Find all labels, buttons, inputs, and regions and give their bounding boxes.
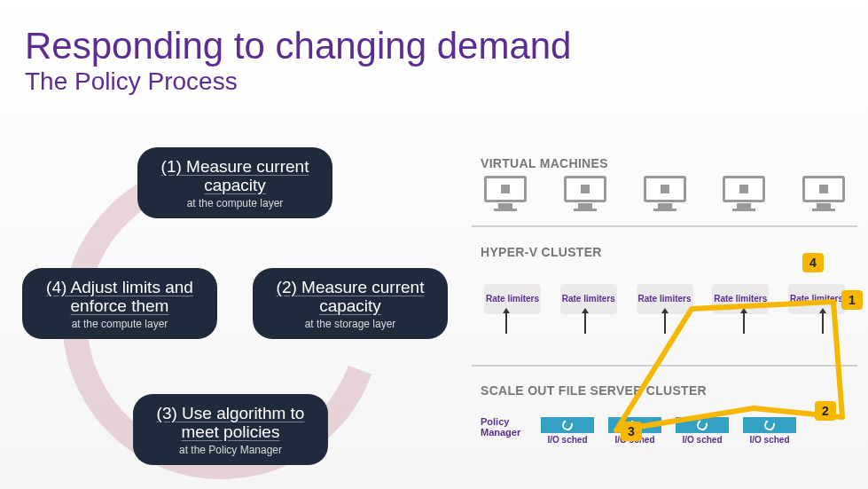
rate-limiter-label: Rate limiters	[562, 295, 615, 304]
fs-service-icon	[676, 417, 729, 433]
io-sched-label: I/O sched	[547, 436, 587, 446]
step-sub: at the Policy Manager	[145, 444, 316, 456]
step-sub: at the storage layer	[265, 318, 435, 330]
sync-icon	[560, 418, 574, 431]
arrow-up-icon	[822, 312, 824, 334]
panel-title: VIRTUAL MACHINES	[481, 156, 848, 170]
io-sched-label: I/O sched	[749, 436, 789, 446]
rate-limiter-label: Rate limiters	[790, 295, 843, 304]
sync-icon	[695, 418, 708, 431]
step-3-algorithm: (3) Use algorithm to meet policies at th…	[133, 394, 328, 465]
step-sub: at the compute layer	[35, 318, 205, 330]
step-sub: at the compute layer	[150, 197, 320, 209]
monitor-icon	[564, 176, 606, 213]
monitor-icon	[644, 176, 686, 213]
step-4-adjust-limits: (4) Adjust limits and enforce them at th…	[22, 268, 217, 339]
slide-subtitle: The Policy Process	[0, 67, 868, 96]
arrow-up-icon	[664, 312, 666, 334]
panel-title: HYPER-V CLUSTER	[481, 245, 848, 259]
panel-hyperv-cluster: HYPER-V CLUSTER Rate limiters Rate limit…	[472, 238, 857, 367]
badge-3: 3	[621, 422, 642, 441]
monitor-icon	[802, 176, 845, 213]
step-1-measure-compute: (1) Measure current capacity at the comp…	[137, 147, 332, 218]
arrow-up-icon	[584, 312, 586, 334]
badge-2: 2	[815, 401, 836, 421]
panel-virtual-machines: VIRTUAL MACHINES	[472, 149, 857, 227]
sync-icon	[762, 418, 776, 431]
arrow-up-icon	[743, 312, 745, 334]
rate-limiter-label: Rate limiters	[714, 295, 767, 304]
step-2-measure-storage: (2) Measure current capacity at the stor…	[253, 268, 448, 339]
hv-arrows	[481, 312, 848, 337]
monitor-icon	[484, 176, 527, 213]
hv-row: Rate limiters Rate limiters Rate limiter…	[481, 284, 848, 314]
fs-service-icon	[541, 417, 594, 433]
hv-node: Rate limiters	[484, 284, 541, 314]
rate-limiter-label: Rate limiters	[637, 295, 691, 304]
fs-node: I/O sched	[743, 417, 796, 446]
slide-title: Responding to changing demand	[0, 0, 868, 67]
monitor-icon	[723, 176, 765, 213]
io-sched-label: I/O sched	[682, 436, 722, 446]
panel-scale-out-file-server: SCALE OUT FILE SERVER CLUSTER Policy Man…	[472, 376, 857, 474]
fs-node: I/O sched	[541, 417, 594, 446]
rate-limiter-label: Rate limiters	[486, 295, 539, 304]
hv-node: Rate limiters	[788, 284, 845, 314]
policy-manager-label: Policy Manager	[481, 417, 527, 438]
arrow-up-icon	[505, 312, 507, 334]
fs-service-icon	[743, 417, 796, 433]
badge-4: 4	[802, 253, 824, 272]
badge-1: 1	[841, 290, 863, 310]
vm-row	[481, 176, 848, 213]
step-heading: (1) Measure current capacity	[150, 158, 320, 195]
fs-node: I/O sched	[676, 417, 729, 446]
step-heading: (2) Measure current capacity	[265, 279, 435, 316]
step-heading: (3) Use algorithm to meet policies	[145, 405, 316, 442]
fs-row: Policy Manager I/O sched I/O sched I/O s…	[481, 417, 848, 446]
step-heading: (4) Adjust limits and enforce them	[35, 279, 205, 316]
panel-title: SCALE OUT FILE SERVER CLUSTER	[481, 383, 848, 398]
